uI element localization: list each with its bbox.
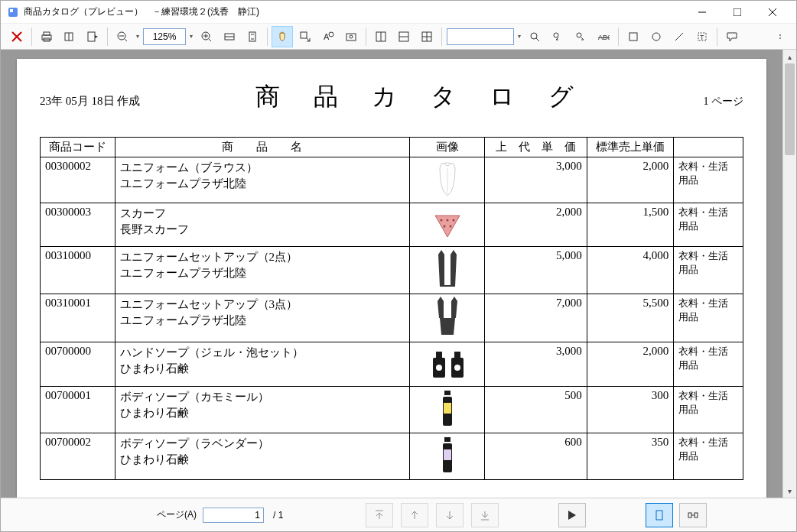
cell-price: 7,000: [484, 294, 587, 342]
svg-point-42: [652, 33, 660, 41]
print-setup-button[interactable]: [59, 26, 80, 47]
cell-price2: 2,000: [587, 342, 673, 387]
single-page-view-button[interactable]: [646, 503, 673, 527]
cell-code: 00300003: [41, 203, 115, 247]
zoom-input[interactable]: [143, 28, 186, 45]
svg-point-28: [350, 35, 353, 38]
cell-price: 5,000: [484, 247, 587, 294]
creation-date: 23年 05月 18日 作成: [40, 94, 140, 109]
scroll-down-button[interactable]: ▾: [783, 484, 796, 498]
product-thumb: [428, 249, 467, 287]
more-button[interactable]: [769, 26, 791, 47]
svg-point-59: [454, 365, 460, 371]
close-button[interactable]: [755, 2, 790, 23]
minimize-button[interactable]: [685, 2, 720, 23]
cell-price: 2,000: [484, 203, 587, 247]
cell-name: ユニフォームセットアップ（3点）ユニフォームプラザ北陸: [115, 294, 410, 342]
zoom-out-button[interactable]: [112, 26, 133, 47]
th-name: 商 品 名: [115, 138, 410, 157]
cell-price: 3,000: [484, 157, 587, 203]
zoom-dropdown[interactable]: ▾: [187, 28, 195, 45]
svg-rect-55: [436, 352, 442, 358]
cell-category: 衣料・生活用品: [674, 433, 743, 480]
print-button[interactable]: [36, 26, 57, 47]
svg-point-26: [329, 32, 333, 37]
text-select-button[interactable]: A: [317, 26, 339, 47]
slideshow-button[interactable]: [558, 503, 586, 527]
cell-name: ボディソープ（ラベンダー）ひまわり石鹸: [115, 433, 410, 480]
table-row: 00700001ボディソープ（カモミール）ひまわり石鹸500300衣料・生活用品: [41, 387, 743, 433]
svg-rect-65: [444, 449, 451, 460]
page: 23年 05月 18日 作成 商 品 カ タ ロ グ 1 ページ 商品コード 商…: [17, 59, 766, 498]
th-image: 画像: [410, 138, 485, 157]
search-button[interactable]: [524, 26, 545, 47]
prev-page-button[interactable]: [401, 503, 428, 527]
snapshot-button[interactable]: [340, 26, 362, 47]
cell-code: 00700002: [41, 433, 115, 480]
cell-image: [410, 342, 485, 387]
scroll-up-button[interactable]: ▴: [783, 50, 796, 63]
table-row: 00700002ボディソープ（ラベンダー）ひまわり石鹸600350衣料・生活用品: [41, 433, 743, 480]
maximize-button[interactable]: [720, 2, 755, 23]
scroll-thumb[interactable]: [785, 63, 795, 155]
fit-width-button[interactable]: [219, 26, 240, 47]
svg-rect-41: [629, 33, 637, 41]
table-row: 00700000ハンドソープ（ジェル・泡セット）ひまわり石鹸3,0002,000…: [41, 342, 743, 387]
product-thumb: [428, 206, 467, 244]
first-page-button[interactable]: [366, 503, 393, 527]
annot-line-button[interactable]: [669, 26, 690, 47]
hand-tool-button[interactable]: [272, 26, 293, 47]
page-field-label: ページ(A): [157, 508, 197, 521]
product-thumb: [428, 345, 467, 383]
preview-viewport[interactable]: 23年 05月 18日 作成 商 品 カ タ ロ グ 1 ページ 商品コード 商…: [1, 50, 782, 498]
search-prev-button[interactable]: [547, 26, 568, 47]
annot-ellipse-button[interactable]: [646, 26, 667, 47]
layout-split-v-button[interactable]: [370, 26, 392, 47]
svg-line-16: [125, 39, 127, 41]
fit-page-button[interactable]: [242, 26, 263, 47]
layout-split-h-button[interactable]: [393, 26, 415, 47]
th-category: [674, 138, 743, 157]
export-button[interactable]: [82, 26, 103, 47]
last-page-button[interactable]: [471, 503, 499, 527]
svg-rect-60: [444, 391, 451, 395]
search-input[interactable]: [447, 28, 514, 45]
zoom-out-dropdown[interactable]: ▾: [134, 28, 142, 45]
cell-price2: 5,500: [587, 294, 673, 342]
cell-category: 衣料・生活用品: [674, 294, 743, 342]
zoom-tool-button[interactable]: [294, 26, 316, 47]
total-pages: / 1: [273, 510, 283, 521]
svg-rect-9: [44, 32, 50, 35]
vertical-scrollbar[interactable]: ▴ ▾: [782, 50, 796, 498]
continuous-view-button[interactable]: [679, 503, 707, 527]
zoom-in-button[interactable]: [196, 26, 217, 47]
svg-rect-58: [454, 352, 460, 358]
product-thumb: [428, 297, 467, 335]
next-page-button[interactable]: [436, 503, 464, 527]
annot-text-button[interactable]: T: [691, 26, 713, 47]
page-input[interactable]: [203, 508, 264, 523]
annot-rect-button[interactable]: [623, 26, 644, 47]
cell-name: ユニフォーム（ブラウス）ユニフォームプラザ北陸: [115, 157, 410, 203]
svg-rect-23: [249, 32, 255, 41]
svg-point-52: [443, 225, 445, 228]
product-thumb: [428, 389, 467, 427]
comment-button[interactable]: [721, 26, 743, 47]
th-price2: 標準売上単価: [587, 138, 673, 157]
highlight-button[interactable]: ABC: [593, 26, 614, 47]
product-thumb: [428, 436, 467, 474]
cell-name: ユニフォームセットアップ（2点）ユニフォームプラザ北陸: [115, 247, 410, 294]
svg-text:T: T: [700, 34, 704, 41]
titlebar: 商品カタログ（プレビュー） －練習環境２(浅香 静江): [1, 1, 796, 24]
search-next-button[interactable]: [570, 26, 591, 47]
cell-category: 衣料・生活用品: [674, 157, 743, 203]
layout-grid-button[interactable]: [416, 26, 438, 47]
cell-name: ハンドソープ（ジェル・泡セット）ひまわり石鹸: [115, 342, 410, 387]
cell-price2: 1,500: [587, 203, 673, 247]
svg-rect-3: [734, 8, 741, 16]
scroll-track[interactable]: [783, 63, 796, 484]
search-dropdown[interactable]: ▾: [516, 28, 523, 45]
cell-image: [410, 203, 485, 247]
close-preview-button[interactable]: [6, 26, 28, 47]
svg-rect-1: [10, 9, 13, 12]
